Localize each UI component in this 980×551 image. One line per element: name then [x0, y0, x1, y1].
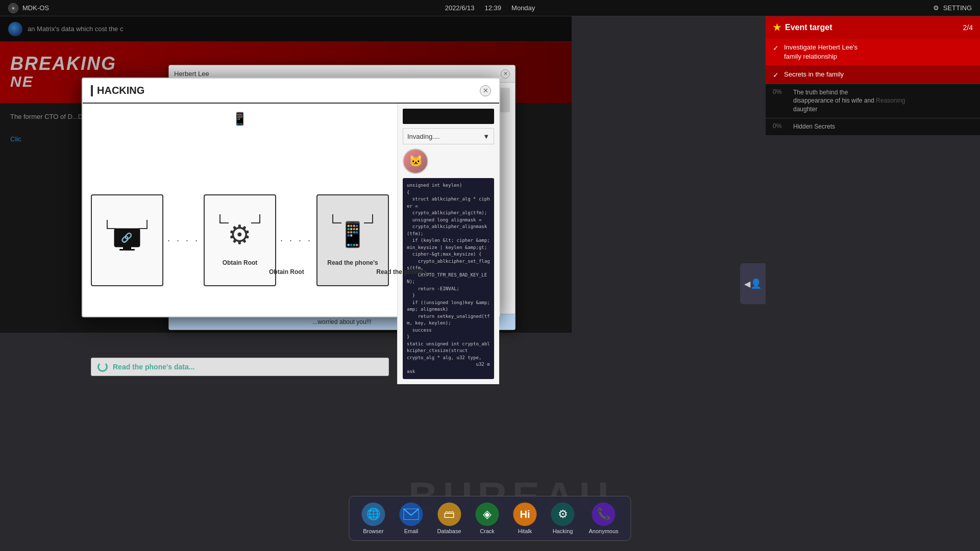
event-item-1-text: Investigate Herbert Lee'sfamily relation…	[784, 43, 857, 61]
settings-area[interactable]: ⚙ SETTING	[933, 4, 972, 12]
hacking-modal: HACKING ✕ 📱	[82, 78, 500, 317]
step2-icon-area: ⚙	[219, 214, 260, 255]
settings-label[interactable]: SETTING	[943, 4, 972, 12]
progress-area: Read the phone's data...	[91, 358, 389, 376]
chat-close-button[interactable]: ✕	[501, 69, 510, 79]
anonymous-icon: 📞	[592, 503, 616, 526]
modal-close-button[interactable]: ✕	[480, 85, 491, 96]
settings-gear-icon: ⚙	[933, 4, 939, 12]
taskbar: 🌐 Browser Email 🗃 Database ◈ Crack Hi Hi…	[349, 496, 631, 541]
email-label: Email	[404, 528, 419, 534]
event-item-3-text: The truth behind thedisappearance of his…	[793, 88, 905, 114]
news-click[interactable]: Clic	[10, 135, 21, 143]
black-bar	[403, 109, 494, 124]
event-panel: ★ Event target 2/4 ✓ Investigate Herbert…	[766, 16, 980, 129]
event-item-2-text: Secrets in the family	[784, 70, 844, 79]
date: 2022/6/13	[445, 4, 475, 12]
datetime: 2022/6/13 12:39 Monday	[445, 4, 535, 12]
event-pct-3: 0%	[773, 88, 788, 95]
taskbar-item-database[interactable]: 🗃 Database	[433, 500, 465, 536]
hack-step-2-card[interactable]: ⚙ Obtain Root	[204, 194, 276, 286]
event-item-4-text: Hidden Secrets	[793, 122, 835, 131]
target-avatar: 🐱	[403, 148, 428, 174]
progress-text: Read the phone's data...	[113, 363, 194, 371]
hacking-title-text: HACKING	[97, 85, 144, 96]
os-info: ● MDK-OS	[8, 3, 49, 13]
step3-label: Read the phone's	[325, 259, 380, 266]
taskbar-item-browser[interactable]: 🌐 Browser	[357, 500, 389, 536]
modal-right-panel: Invading.... ▼ 🐱 unsigned int keylen) { …	[397, 104, 499, 384]
step1-icon-area: 🔗	[107, 220, 148, 261]
day: Monday	[511, 4, 535, 12]
invading-dropdown[interactable]: Invading.... ▼	[403, 128, 494, 144]
dropdown-arrow-icon: ▼	[483, 133, 489, 140]
modal-body: 📱 🔗	[83, 104, 499, 384]
taskbar-item-email[interactable]: Email	[395, 500, 427, 536]
database-label: Database	[437, 528, 461, 534]
step2-label: Obtain Root	[220, 259, 260, 266]
event-item-1[interactable]: ✓ Investigate Herbert Lee'sfamily relati…	[766, 39, 980, 66]
database-icon: 🗃	[437, 503, 461, 526]
hacking-icon: ⚙	[551, 503, 575, 526]
event-title-text: Event target	[785, 23, 832, 32]
desktop: an Matrix's data which cost the c BREAKI…	[0, 16, 980, 551]
os-name: MDK-OS	[22, 4, 49, 12]
sidebar-arrow-button[interactable]: ◀ 👤	[740, 263, 766, 304]
event-item-2[interactable]: ✓ Secrets in the family	[766, 66, 980, 84]
step2-label-below: Obtain Root	[269, 268, 304, 276]
event-count: 2/4	[963, 23, 973, 32]
chat-title: Herbert Lee	[174, 70, 209, 78]
event-pct-4: 0%	[773, 122, 788, 130]
event-item-4[interactable]: 0% Hidden Secrets	[766, 118, 980, 135]
step2-dots: · · · ·	[276, 235, 316, 246]
globe-icon	[8, 22, 22, 36]
code-text: unsigned int keylen) { struct ablkcipher…	[407, 182, 490, 375]
corner-brackets	[107, 220, 148, 261]
email-icon	[399, 503, 423, 526]
invading-label: Invading....	[407, 133, 440, 140]
phone-icon: 📱	[232, 112, 248, 126]
contact-icon: 👤	[750, 278, 762, 289]
browser-label: Browser	[363, 528, 383, 534]
hitalk-label: Hitalk	[518, 528, 532, 534]
step3-label-below: Read the phone's	[369, 268, 435, 276]
ticker-text: an Matrix's data which cost the c	[28, 25, 123, 33]
corner-brackets-3	[332, 214, 373, 255]
event-title: ★ Event target	[773, 22, 832, 33]
hitalk-icon: Hi	[513, 503, 537, 526]
time: 12:39	[485, 4, 502, 12]
taskbar-item-hitalk[interactable]: Hi Hitalk	[509, 500, 541, 536]
event-header: ★ Event target 2/4	[766, 16, 980, 39]
taskbar-item-crack[interactable]: ◈ Crack	[472, 500, 503, 536]
step3-icon-area: 📱	[332, 214, 373, 255]
progress-spinner	[97, 362, 108, 372]
crack-label: Crack	[480, 528, 495, 534]
hacking-label: Hacking	[553, 528, 573, 534]
modal-left-panel: 📱 🔗	[83, 104, 397, 384]
taskbar-item-anonymous[interactable]: 📞 Anonymous	[585, 500, 623, 536]
arrow-left-icon: ◀	[744, 279, 750, 289]
anonymous-label: Anonymous	[589, 528, 619, 534]
title-bar-accent	[91, 85, 93, 96]
os-logo: ●	[8, 3, 18, 13]
hack-step-1-card[interactable]: 🔗	[91, 194, 163, 286]
check-icon-2: ✓	[773, 71, 779, 79]
star-icon: ★	[773, 22, 781, 33]
hack-steps: 🔗 · · · · ⚙ Obtain Root Obtain Root	[91, 129, 389, 352]
modal-header: HACKING ✕	[83, 79, 499, 104]
event-item-3[interactable]: 0% The truth behind thedisappearance of …	[766, 84, 980, 118]
taskbar-item-hacking[interactable]: ⚙ Hacking	[547, 500, 579, 536]
news-ticker: an Matrix's data which cost the c	[0, 16, 572, 42]
crack-icon: ◈	[476, 503, 499, 526]
browser-icon: 🌐	[361, 503, 385, 526]
modal-title: HACKING	[91, 85, 144, 96]
code-display: unsigned int keylen) { struct ablkcipher…	[403, 178, 494, 379]
corner-brackets-2	[219, 214, 260, 255]
step1-dots: · · · ·	[163, 235, 204, 246]
top-bar: ● MDK-OS 2022/6/13 12:39 Monday ⚙ SETTIN…	[0, 0, 980, 16]
check-icon-1: ✓	[773, 44, 779, 52]
